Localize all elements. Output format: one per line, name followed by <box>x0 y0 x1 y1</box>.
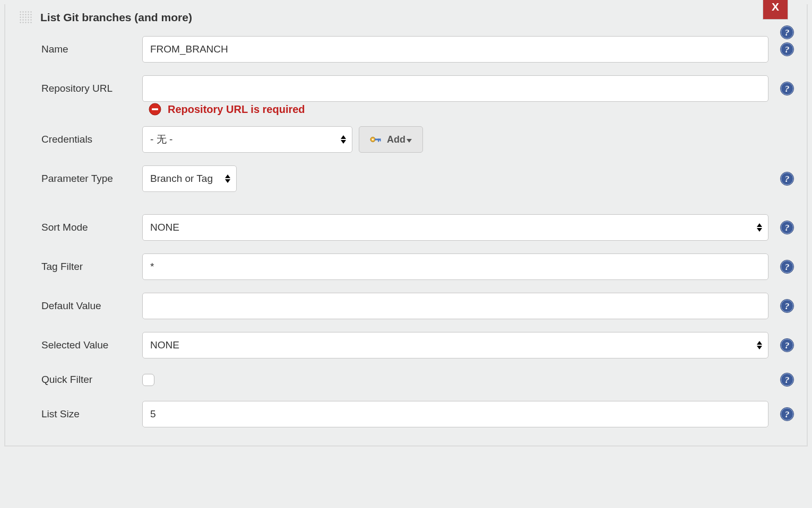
svg-text:?: ? <box>785 262 790 272</box>
credentials-select-value: - 无 - <box>143 127 352 152</box>
selected-value-select[interactable]: NONE <box>142 332 768 358</box>
help-icon[interactable]: ? <box>780 25 794 39</box>
parameter-type-select[interactable]: Branch or Tag <box>142 165 237 192</box>
label-list-size: List Size <box>5 408 142 420</box>
row-repo-url: Repository URL ? <box>5 69 807 104</box>
form: Name ? Repository URL <box>5 28 807 435</box>
svg-text:?: ? <box>785 301 790 311</box>
row-tag-filter: Tag Filter ? <box>5 247 807 286</box>
label-parameter-type: Parameter Type <box>5 173 142 185</box>
add-button-label: Add <box>387 134 405 145</box>
label-sort-mode: Sort Mode <box>5 222 142 233</box>
key-icon <box>370 135 382 144</box>
repo-url-error: Repository URL is required <box>5 102 807 120</box>
help-icon[interactable]: ? <box>780 172 794 186</box>
chevron-updown-icon <box>756 341 763 349</box>
credentials-select[interactable]: - 无 - <box>142 126 352 153</box>
git-param-panel: X List Git branches (and more) ? Name <box>4 4 808 446</box>
svg-marker-25 <box>757 228 762 232</box>
svg-text:?: ? <box>785 409 790 419</box>
label-selected-value: Selected Value <box>5 339 142 351</box>
svg-text:?: ? <box>785 223 790 233</box>
default-value-input[interactable] <box>142 293 768 319</box>
help-icon[interactable]: ? <box>780 221 794 234</box>
svg-marker-36 <box>757 346 762 349</box>
svg-point-14 <box>372 138 374 140</box>
tag-filter-input[interactable] <box>142 253 768 280</box>
label-default-value: Default Value <box>5 300 142 312</box>
label-name: Name <box>5 43 142 55</box>
svg-text:?: ? <box>785 375 790 385</box>
panel-title: List Git branches (and more) <box>40 11 192 24</box>
label-repo-url: Repository URL <box>5 83 142 94</box>
help-icon[interactable]: ? <box>780 260 794 274</box>
row-sort-mode: Sort Mode NONE ? <box>5 208 807 247</box>
error-text: Repository URL is required <box>168 103 305 116</box>
svg-marker-12 <box>341 140 346 144</box>
repo-url-input[interactable] <box>142 75 768 102</box>
name-input[interactable] <box>142 36 768 63</box>
chevron-updown-icon <box>340 135 347 144</box>
help-icon[interactable]: ? <box>780 373 794 387</box>
chevron-updown-icon <box>224 174 231 183</box>
row-credentials: Credentials - 无 - <box>5 120 807 159</box>
svg-marker-20 <box>225 179 230 183</box>
svg-marker-24 <box>757 223 762 227</box>
selected-value-select-value: NONE <box>143 332 768 358</box>
error-icon <box>149 103 161 116</box>
sort-mode-select[interactable]: NONE <box>142 214 768 241</box>
list-size-input[interactable] <box>142 401 768 427</box>
svg-rect-16 <box>378 139 379 142</box>
svg-rect-10 <box>152 108 158 110</box>
svg-marker-35 <box>757 341 762 345</box>
svg-rect-15 <box>375 139 381 141</box>
row-selected-value: Selected Value NONE ? <box>5 326 807 365</box>
label-quick-filter: Quick Filter <box>5 374 142 386</box>
svg-marker-11 <box>341 135 346 139</box>
label-tag-filter: Tag Filter <box>5 261 142 273</box>
drag-handle-icon[interactable] <box>19 11 33 24</box>
svg-rect-17 <box>380 139 381 142</box>
svg-text:?: ? <box>785 340 790 351</box>
svg-marker-19 <box>225 174 230 178</box>
panel-header: List Git branches (and more) <box>5 4 807 28</box>
quick-filter-checkbox[interactable] <box>142 374 154 386</box>
help-icon[interactable]: ? <box>780 42 794 56</box>
close-button[interactable]: X <box>763 0 788 19</box>
row-list-size: List Size ? <box>5 395 807 434</box>
help-icon[interactable]: ? <box>780 299 794 313</box>
chevron-updown-icon <box>756 223 763 232</box>
add-credentials-button[interactable]: Add <box>359 126 423 153</box>
svg-text:?: ? <box>785 45 790 55</box>
help-icon[interactable]: ? <box>780 407 794 421</box>
label-credentials: Credentials <box>5 134 142 145</box>
row-quick-filter: Quick Filter ? <box>5 365 807 395</box>
sort-mode-select-value: NONE <box>143 215 768 240</box>
help-icon[interactable]: ? <box>780 338 794 352</box>
parameter-type-select-value: Branch or Tag <box>143 166 236 191</box>
help-icon[interactable]: ? <box>780 82 794 95</box>
svg-text:?: ? <box>785 28 790 38</box>
svg-text:?: ? <box>785 174 790 184</box>
row-name: Name ? <box>5 30 807 69</box>
row-default-value: Default Value ? <box>5 286 807 326</box>
chevron-down-icon <box>407 134 412 145</box>
svg-text:?: ? <box>785 84 790 94</box>
svg-marker-18 <box>407 139 412 143</box>
row-parameter-type: Parameter Type Branch or Tag ? <box>5 159 807 198</box>
